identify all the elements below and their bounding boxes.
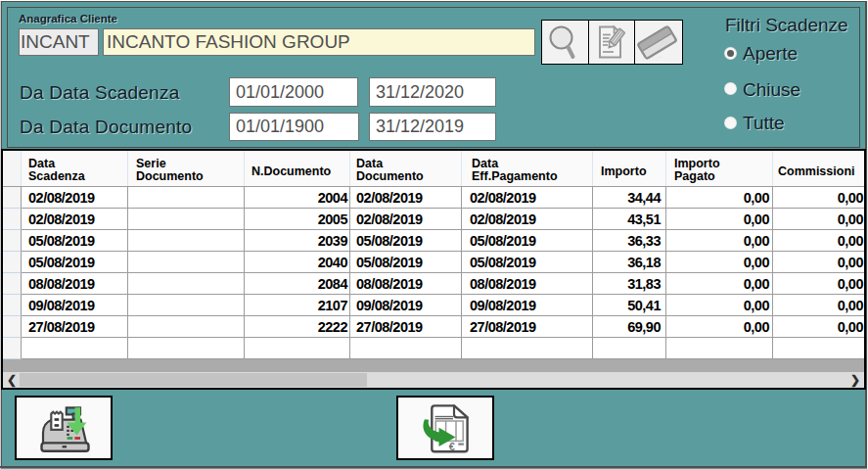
svg-text:€: € — [449, 441, 455, 452]
svg-text:·¯·¯·¯: ·¯·¯·¯ — [642, 57, 662, 63]
